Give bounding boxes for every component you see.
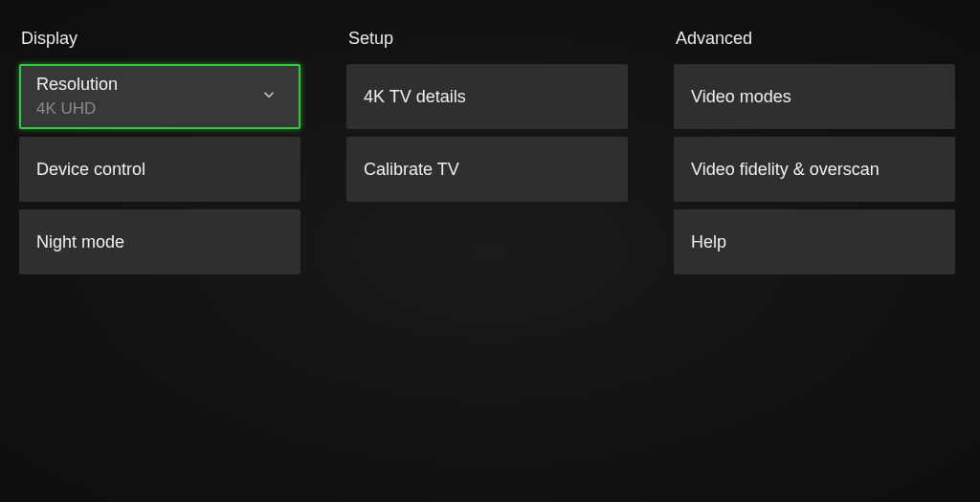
settings-columns: Display Resolution 4K UHD Device control… (19, 29, 961, 282)
display-column: Display Resolution 4K UHD Device control… (19, 29, 301, 282)
chevron-down-icon (260, 86, 278, 107)
video-modes-tile[interactable]: Video modes (674, 64, 955, 129)
help-tile[interactable]: Help (674, 209, 955, 274)
device-control-tile[interactable]: Device control (19, 137, 301, 202)
resolution-value: 4K UHD (36, 98, 118, 120)
setup-column: Setup 4K TV details Calibrate TV (346, 29, 628, 282)
calibrate-tv-tile[interactable]: Calibrate TV (346, 137, 628, 202)
advanced-header: Advanced (674, 29, 955, 49)
setup-header: Setup (346, 29, 628, 49)
tv-details-label: 4K TV details (364, 87, 466, 107)
help-label: Help (691, 232, 726, 252)
advanced-column: Advanced Video modes Video fidelity & ov… (674, 29, 955, 282)
video-fidelity-label: Video fidelity & overscan (691, 160, 880, 180)
device-control-label: Device control (36, 160, 145, 180)
tv-details-tile[interactable]: 4K TV details (346, 64, 628, 129)
display-header: Display (19, 29, 301, 49)
night-mode-tile[interactable]: Night mode (19, 209, 301, 274)
night-mode-label: Night mode (36, 232, 124, 252)
resolution-tile[interactable]: Resolution 4K UHD (19, 64, 301, 129)
video-modes-label: Video modes (691, 87, 791, 107)
calibrate-tv-label: Calibrate TV (364, 160, 459, 180)
resolution-label: Resolution (36, 74, 118, 96)
video-fidelity-tile[interactable]: Video fidelity & overscan (674, 137, 955, 202)
resolution-stack: Resolution 4K UHD (36, 74, 118, 119)
